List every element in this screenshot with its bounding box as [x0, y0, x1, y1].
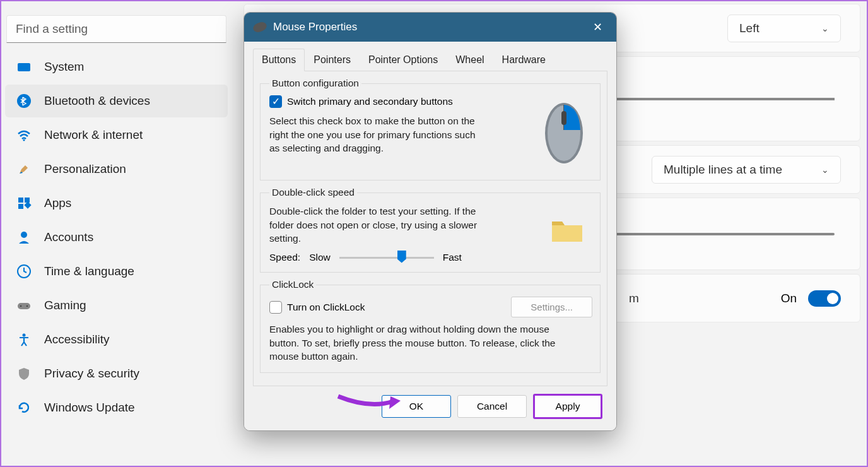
tab-hardware[interactable]: Hardware: [493, 49, 554, 71]
person-icon: [16, 230, 32, 245]
dialog-tabs: Buttons Pointers Pointer Options Wheel H…: [253, 48, 607, 71]
sidebar-item-privacy[interactable]: Privacy & security: [5, 357, 228, 390]
sidebar-item-label: Personalization: [44, 162, 126, 176]
mouse-icon: [252, 21, 267, 34]
group-legend: Double-click speed: [269, 187, 357, 198]
sidebar-item-accounts[interactable]: Accounts: [5, 221, 228, 254]
dropdown-value: Left: [739, 21, 760, 35]
slow-label: Slow: [309, 252, 331, 263]
hover-toggle[interactable]: On: [781, 290, 841, 307]
close-button[interactable]: ✕: [588, 18, 607, 37]
sidebar-item-time[interactable]: Time & language: [5, 255, 228, 288]
display-icon: [16, 59, 32, 74]
svg-point-11: [26, 305, 28, 307]
double-click-slider[interactable]: [339, 257, 434, 259]
clicklock-settings-button[interactable]: Settings...: [511, 297, 592, 317]
scrolling-dropdown[interactable]: Multiple lines at a time ⌄: [652, 156, 841, 184]
tab-wheel[interactable]: Wheel: [447, 49, 493, 71]
mouse-preview-image: [536, 95, 592, 171]
button-config-group: Button configuration ✓ Switch primary an…: [260, 78, 601, 180]
button-config-description: Select this check box to make the button…: [269, 114, 484, 155]
paintbrush-icon: [16, 162, 32, 177]
sidebar-item-personalization[interactable]: Personalization: [5, 153, 228, 186]
svg-point-7: [21, 232, 27, 238]
toggle-label: On: [781, 292, 797, 305]
test-folder-icon[interactable]: [542, 204, 592, 255]
sidebar-item-label: Windows Update: [44, 401, 135, 415]
accessibility-icon: [16, 332, 32, 347]
checkbox-label: Switch primary and secondary buttons: [287, 96, 453, 107]
dropdown-value: Multiple lines at a time: [664, 163, 782, 177]
sidebar-item-system[interactable]: System: [5, 50, 228, 83]
sidebar-item-label: Apps: [44, 196, 71, 210]
chevron-down-icon: ⌄: [821, 165, 829, 175]
speed-label: Speed:: [269, 252, 300, 263]
double-click-group: Double-click speed Double-click the fold…: [260, 187, 601, 273]
clicklock-checkbox[interactable]: [269, 301, 282, 314]
svg-point-10: [20, 305, 22, 307]
nav-list: System Bluetooth & devices Network & int…: [1, 50, 232, 424]
search-input[interactable]: Find a setting: [6, 15, 226, 43]
checkbox-label: Turn on ClickLock: [287, 302, 365, 313]
annotation-arrow: [335, 391, 404, 413]
sidebar-item-update[interactable]: Windows Update: [5, 391, 228, 424]
double-click-description: Double-click the folder to test your set…: [269, 204, 496, 245]
sidebar-item-label: Privacy & security: [44, 367, 139, 381]
gamepad-icon: [16, 298, 32, 313]
primary-button-dropdown[interactable]: Left ⌄: [727, 15, 841, 42]
sidebar-item-label: Gaming: [44, 299, 86, 312]
sidebar-item-network[interactable]: Network & internet: [5, 119, 228, 151]
group-legend: ClickLock: [269, 279, 316, 290]
svg-rect-15: [561, 111, 566, 125]
clock-globe-icon: [16, 264, 32, 279]
sidebar-item-label: Accounts: [44, 230, 93, 244]
toggle-pill[interactable]: [808, 290, 841, 307]
chevron-down-icon: ⌄: [821, 23, 829, 33]
svg-rect-4: [25, 198, 30, 203]
sidebar-item-label: System: [44, 60, 84, 74]
cancel-button[interactable]: Cancel: [457, 395, 527, 418]
svg-rect-0: [18, 63, 30, 71]
sidebar-item-label: Time & language: [44, 264, 134, 278]
sidebar-item-label: Accessibility: [44, 333, 109, 346]
svg-rect-9: [18, 303, 30, 309]
apps-icon: [16, 196, 32, 211]
bluetooth-icon: [16, 93, 32, 109]
slider-thumb[interactable]: [397, 251, 406, 263]
settings-sidebar: Find a setting System Bluetooth & device…: [1, 1, 232, 466]
dialog-titlebar[interactable]: Mouse Properties ✕: [244, 13, 616, 42]
group-legend: Button configuration: [269, 78, 361, 89]
svg-rect-3: [18, 198, 23, 203]
wifi-icon: [16, 127, 32, 143]
dialog-title: Mouse Properties: [273, 21, 357, 33]
svg-point-2: [23, 139, 25, 141]
sidebar-item-label: Network & internet: [44, 128, 143, 142]
update-icon: [16, 400, 32, 415]
svg-rect-6: [24, 201, 31, 208]
sidebar-item-apps[interactable]: Apps: [5, 187, 228, 220]
svg-point-12: [23, 334, 26, 337]
apply-button[interactable]: Apply: [533, 394, 602, 419]
clicklock-group: ClickLock Turn on ClickLock Settings... …: [260, 279, 601, 373]
clicklock-description: Enables you to highlight or drag without…: [269, 322, 572, 364]
sidebar-item-bluetooth[interactable]: Bluetooth & devices: [5, 85, 228, 117]
tab-pointers[interactable]: Pointers: [305, 49, 360, 71]
shield-icon: [16, 366, 32, 381]
dialog-footer: OK Cancel Apply: [253, 386, 607, 422]
tab-pointer-options[interactable]: Pointer Options: [360, 49, 447, 71]
switch-buttons-checkbox[interactable]: ✓: [269, 95, 282, 108]
fast-label: Fast: [443, 252, 462, 263]
sidebar-item-accessibility[interactable]: Accessibility: [5, 323, 228, 356]
sidebar-item-label: Bluetooth & devices: [44, 94, 150, 108]
sidebar-item-gaming[interactable]: Gaming: [5, 289, 228, 322]
mouse-properties-dialog: Mouse Properties ✕ Buttons Pointers Poin…: [243, 12, 617, 431]
svg-rect-5: [18, 204, 23, 209]
tab-buttons[interactable]: Buttons: [253, 49, 305, 71]
